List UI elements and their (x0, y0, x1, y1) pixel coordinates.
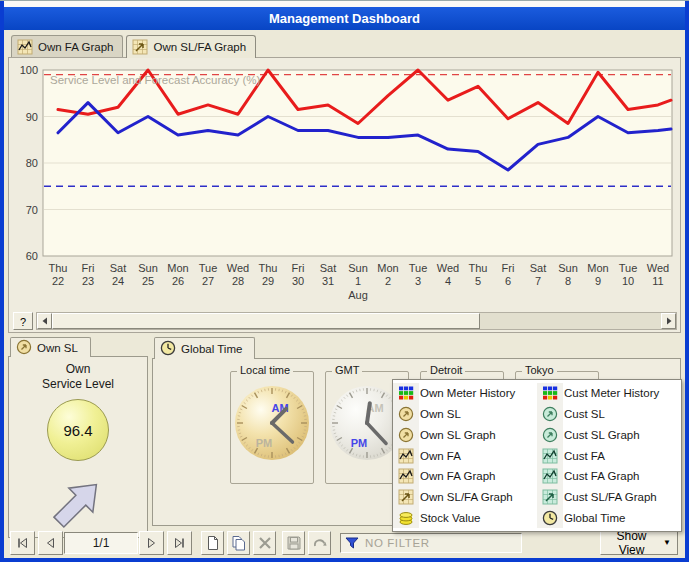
sl-fa-line-chart: 10090807060Thu22Fri23Sat24Sun25Mon26Tue2… (9, 58, 680, 310)
menu-item-cust-sl-fa-graph[interactable]: Cust SL/FA Graph (537, 487, 681, 508)
svg-text:Fri: Fri (502, 262, 515, 274)
svg-text:Sat: Sat (320, 262, 337, 274)
svg-text:9: 9 (595, 275, 601, 287)
svg-text:7: 7 (535, 275, 541, 287)
menu-item-own-sl-graph[interactable]: Own SL Graph (393, 424, 537, 445)
window-title: Management Dashboard (269, 11, 420, 26)
gauge-gold-icon (398, 406, 414, 422)
svg-text:90: 90 (26, 111, 38, 123)
last-page-button[interactable] (167, 531, 192, 555)
view-popup-menu: Own Meter History Own SL Own SL Graph Ow… (392, 379, 682, 532)
scrollbar-thumb[interactable] (52, 313, 480, 329)
copy-button[interactable] (227, 531, 250, 555)
tab-label: Global Time (181, 343, 242, 355)
save-button[interactable] (282, 531, 305, 555)
title-bar[interactable]: Management Dashboard (4, 7, 685, 30)
scroll-right-button[interactable] (661, 313, 676, 329)
menu-item-global-time[interactable]: Global Time (537, 507, 681, 528)
own-sl-body: Own Service Level 96.4 (8, 356, 148, 538)
svg-text:1: 1 (355, 275, 361, 287)
clock-icon (160, 340, 176, 358)
tab-global-time[interactable]: Global Time (154, 337, 255, 359)
menu-item-label: Stock Value (420, 512, 481, 524)
menu-item-cust-sl[interactable]: Cust SL (537, 404, 681, 425)
svg-text:Thu: Thu (49, 262, 68, 274)
slfa-tan-icon (398, 489, 414, 505)
menu-item-stock-value[interactable]: Stock Value (393, 507, 537, 528)
scroll-left-button[interactable] (37, 313, 52, 329)
menu-item-label: Global Time (564, 512, 625, 524)
chart-scrollbar[interactable] (36, 312, 677, 330)
new-page-button[interactable] (201, 531, 224, 555)
popup-menu-left-column: Own Meter History Own SL Own SL Graph Ow… (393, 383, 537, 528)
menu-item-label: Own FA Graph (420, 470, 495, 482)
menu-item-cust-fa[interactable]: Cust FA (537, 445, 681, 466)
undo-button[interactable] (308, 531, 331, 555)
menu-item-cust-fa-graph[interactable]: Cust FA Graph (537, 466, 681, 487)
previous-page-button[interactable] (38, 531, 63, 555)
timezone-label: Tokyo (522, 364, 557, 376)
service-level-value: 96.4 (63, 422, 92, 439)
coins-icon (398, 510, 414, 526)
menu-item-label: Cust SL/FA Graph (564, 491, 657, 503)
svg-text:10: 10 (622, 275, 634, 287)
tab-label: Own SL (37, 342, 78, 354)
tab-bar: Own FA Graph Own SL/FA Graph (4, 30, 685, 57)
chart-panel: 10090807060Thu22Fri23Sat24Sun25Mon26Tue2… (8, 57, 681, 333)
filter-field[interactable]: NO FILTER (340, 533, 522, 553)
chart-help-button[interactable]: ? (13, 312, 33, 330)
menu-item-label: Own SL Graph (420, 429, 496, 441)
svg-text:100: 100 (20, 64, 38, 76)
svg-text:4: 4 (445, 275, 451, 287)
svg-text:80: 80 (26, 157, 38, 169)
own-service-level-title: Own Service Level (42, 362, 114, 392)
svg-text:2: 2 (385, 275, 391, 287)
bottom-toolbar: 1/1 NO FILTER Show View ▼ (8, 530, 681, 556)
svg-text:PM: PM (256, 437, 273, 449)
first-page-button[interactable] (10, 531, 35, 555)
next-page-button[interactable] (139, 531, 164, 555)
gauge-gold-icon (398, 427, 414, 443)
meter-icon (398, 385, 414, 401)
window-inner: Management Dashboard Own FA Graph Own SL… (4, 1, 685, 558)
service-level-gauge: 96.4 (47, 399, 109, 461)
menu-item-own-sl-fa-graph[interactable]: Own SL/FA Graph (393, 487, 537, 508)
gauge-teal-icon (542, 406, 558, 422)
clock-icon (542, 510, 558, 526)
own-sl-panel: Own SL Own Service Level 96.4 (8, 337, 148, 526)
menu-item-cust-meter-history[interactable]: Cust Meter History (537, 383, 681, 404)
menu-item-label: Cust SL Graph (564, 429, 640, 441)
svg-text:Service Level and Forecast Acc: Service Level and Forecast Accuracy (%) (50, 74, 260, 86)
svg-text:Sat: Sat (110, 262, 127, 274)
timezone-label: Detroit (427, 364, 465, 376)
menu-item-own-sl[interactable]: Own SL (393, 404, 537, 425)
svg-text:PM: PM (351, 437, 368, 449)
meter-icon (542, 385, 558, 401)
svg-text:Fri: Fri (292, 262, 305, 274)
show-view-button[interactable]: Show View ▼ (600, 531, 678, 555)
tab-own-fa-graph[interactable]: Own FA Graph (11, 35, 123, 57)
svg-text:Fri: Fri (82, 262, 95, 274)
trend-up-arrow-icon (41, 465, 115, 537)
menu-item-own-meter-history[interactable]: Own Meter History (393, 383, 537, 404)
menu-item-own-fa[interactable]: Own FA (393, 445, 537, 466)
svg-text:31: 31 (322, 275, 334, 287)
tab-own-sl[interactable]: Own SL (10, 337, 91, 357)
filter-text: NO FILTER (365, 537, 430, 549)
svg-text:Wed: Wed (647, 262, 669, 274)
menu-item-cust-sl-graph[interactable]: Cust SL Graph (537, 424, 681, 445)
menu-item-own-fa-graph[interactable]: Own FA Graph (393, 466, 537, 487)
filter-funnel-icon (345, 536, 359, 550)
svg-text:Wed: Wed (437, 262, 459, 274)
gauge-teal-icon (542, 427, 558, 443)
tab-own-slfa-graph[interactable]: Own SL/FA Graph (126, 35, 256, 58)
fa-tan-icon (398, 468, 414, 484)
svg-text:27: 27 (202, 275, 214, 287)
svg-text:60: 60 (26, 250, 38, 262)
svg-text:23: 23 (82, 275, 94, 287)
delete-button[interactable] (253, 531, 276, 555)
svg-text:5: 5 (475, 275, 481, 287)
timezone-label: Local time (237, 364, 293, 376)
timezone-label: GMT (332, 364, 362, 376)
svg-text:Sun: Sun (348, 262, 368, 274)
